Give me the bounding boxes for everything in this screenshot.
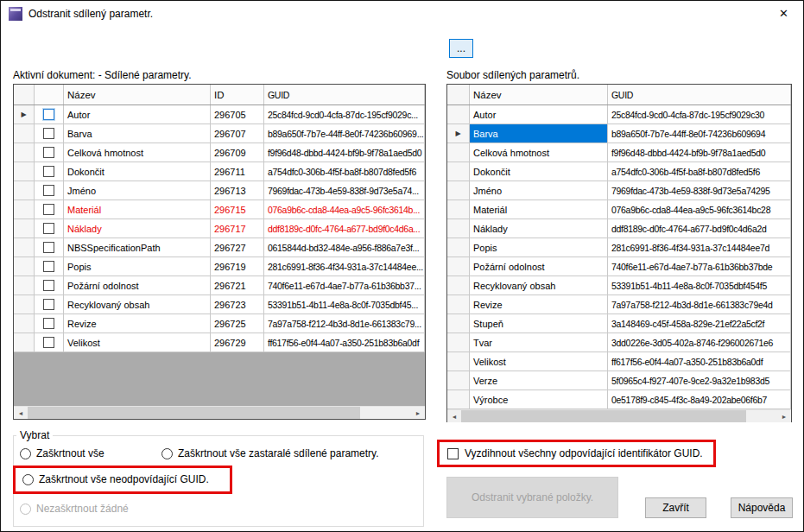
row-checkbox[interactable] <box>43 223 54 234</box>
row-header-cell[interactable] <box>447 162 470 180</box>
param-name-cell[interactable]: Jméno <box>470 181 608 200</box>
param-guid-cell[interactable]: 53391b51-4b11-4e8a-8c0f-7035dbf454f5 <box>608 276 791 294</box>
row-checkbox[interactable] <box>43 318 54 329</box>
param-guid-cell[interactable]: ff617f56-e0f4-4a07-a350-251b83b6a0df <box>264 333 425 352</box>
active-param-row[interactable]: Celková hmotnost296709f9f96d48-dbbd-4424… <box>14 143 425 162</box>
scroll-track[interactable] <box>28 407 411 419</box>
checkbox-cell[interactable] <box>35 314 64 332</box>
active-param-row[interactable]: Revize2967257a97a758-f212-4b3d-8d1e-6613… <box>14 314 425 333</box>
row-header-cell[interactable] <box>14 124 35 142</box>
param-name-cell[interactable]: Náklady <box>470 219 608 238</box>
param-guid-cell[interactable]: 0615844d-bd32-484e-a956-f886a7e3f... <box>264 238 425 256</box>
param-name-cell[interactable]: Autor <box>470 105 608 124</box>
row-header-cell[interactable] <box>447 238 470 256</box>
row-header-cell[interactable] <box>447 371 470 390</box>
horizontal-scrollbar[interactable]: ◄ ► <box>447 409 791 422</box>
file-param-row[interactable]: ▶Barvab89a650f-7b7e-44ff-8e0f-74236b6096… <box>447 124 791 143</box>
scroll-thumb[interactable] <box>28 407 360 419</box>
active-param-row[interactable]: Požární odolnost296721740f6e11-e67d-4ae7… <box>14 276 425 295</box>
active-param-row[interactable]: Materiál296715076a9b6c-cda8-44ea-a9c5-96… <box>14 200 425 219</box>
param-id-cell[interactable]: 296717 <box>211 219 264 238</box>
scroll-track[interactable] <box>461 410 777 422</box>
row-header-cell[interactable] <box>447 105 470 124</box>
row-checkbox[interactable] <box>43 337 54 348</box>
param-name-cell[interactable]: Popis <box>470 238 608 256</box>
checkbox-cell[interactable] <box>35 162 64 180</box>
param-name-cell[interactable]: Výrobce <box>470 390 608 408</box>
checkbox-cell[interactable] <box>35 333 64 352</box>
row-checkbox[interactable] <box>43 109 54 120</box>
param-name-cell[interactable]: Stupeň <box>470 314 608 332</box>
file-param-row[interactable]: Požární odolnost740f6e11-e67d-4ae7-b77a-… <box>447 257 791 276</box>
row-checkbox[interactable] <box>43 299 54 310</box>
param-id-cell[interactable]: 296705 <box>211 105 264 124</box>
param-name-cell[interactable]: Revize <box>470 295 608 314</box>
file-param-row[interactable]: Verze5f0965c4-f927-407e-9ce2-9a32e1b983d… <box>447 371 791 390</box>
row-header-cell[interactable] <box>14 219 35 238</box>
checkbox-cell[interactable] <box>35 295 64 314</box>
param-guid-cell[interactable]: 076a9b6c-cda8-44ea-a9c5-96fc3614bc28 <box>608 200 791 218</box>
param-guid-cell[interactable]: 0e5178f9-c845-4f3c-8a49-202abe06f6b7 <box>608 390 791 408</box>
browse-button[interactable]: ... <box>449 39 473 58</box>
active-param-row[interactable]: ▶Autor29670525c84fcd-9cd0-4cfa-87dc-195c… <box>14 105 425 124</box>
param-guid-cell[interactable]: 3dd0226e-3d05-402a-8746-f296002671e6 <box>608 333 791 352</box>
param-guid-cell[interactable]: a754dfc0-306b-4f5f-ba8f-b807d8fed5f6 <box>264 162 425 180</box>
param-id-cell[interactable]: 296711 <box>211 162 264 180</box>
param-name-cell[interactable]: Jméno <box>64 181 211 200</box>
header-guid[interactable]: GUID <box>264 85 425 104</box>
header-name[interactable]: Název <box>470 85 608 104</box>
scroll-right-icon[interactable]: ► <box>777 410 791 422</box>
active-param-row[interactable]: NBSSpecificationPath2967270615844d-bd32-… <box>14 238 425 257</box>
row-checkbox[interactable] <box>43 242 54 253</box>
param-name-cell[interactable]: Požární odolnost <box>470 257 608 276</box>
row-header-cell[interactable] <box>447 352 470 370</box>
horizontal-scrollbar[interactable]: ◄ ► <box>14 406 425 419</box>
checkbox-cell[interactable] <box>35 181 64 200</box>
param-name-cell[interactable]: Materiál <box>64 200 211 218</box>
param-name-cell[interactable]: Velikost <box>64 333 211 352</box>
row-header-cell[interactable] <box>14 200 35 218</box>
param-name-cell[interactable]: Barva <box>470 124 608 142</box>
active-param-row[interactable]: Popis296719281c6991-8f36-4f34-931a-37c14… <box>14 257 425 276</box>
file-param-row[interactable]: Jméno7969fdac-473b-4e59-838f-9d73e5a7429… <box>447 181 791 200</box>
radio-check-obsolete[interactable]: Zaškrtnout vše zastaralé sdílené paramet… <box>161 447 379 459</box>
file-param-row[interactable]: Popis281c6991-8f36-4f34-931a-37c14484ee7… <box>447 238 791 257</box>
row-header-cell[interactable] <box>447 276 470 294</box>
param-name-cell[interactable]: Dokončit <box>470 162 608 180</box>
param-name-cell[interactable]: Barva <box>64 124 211 142</box>
row-header-cell[interactable] <box>14 314 35 332</box>
active-param-row[interactable]: Náklady296717ddf8189c-d0fc-4764-a677-bd9… <box>14 219 425 238</box>
param-guid-cell[interactable]: 7969fdac-473b-4e59-838f-9d73e5a74295 <box>608 181 791 200</box>
header-id[interactable]: ID <box>211 85 264 104</box>
param-guid-cell[interactable]: f9f96d48-dbbd-4424-bf9b-9f78a1aed5d0 <box>608 143 791 162</box>
param-guid-cell[interactable]: 7969fdac-473b-4e59-838f-9d73e5a74... <box>264 181 425 200</box>
file-param-row[interactable]: Stupeň3a148469-c45f-458a-829e-21ef22a5cf… <box>447 314 791 333</box>
param-guid-cell[interactable]: 3a148469-c45f-458a-829e-21ef22a5cf2f <box>608 314 791 332</box>
row-header-cell[interactable]: ▶ <box>447 124 470 142</box>
row-header-cell[interactable] <box>14 143 35 162</box>
checkbox-cell[interactable] <box>35 143 64 162</box>
checkbox-cell[interactable] <box>35 219 64 238</box>
row-header-cell[interactable] <box>447 219 470 238</box>
file-param-row[interactable]: Revize7a97a758-f212-4b3d-8d1e-661383c79e… <box>447 295 791 314</box>
row-checkbox[interactable] <box>43 185 54 196</box>
row-header-cell[interactable] <box>14 162 35 180</box>
param-name-cell[interactable]: Náklady <box>64 219 211 238</box>
row-header-cell[interactable] <box>14 238 35 256</box>
file-param-row[interactable]: Celková hmotnostf9f96d48-dbbd-4424-bf9b-… <box>447 143 791 162</box>
row-header-cell[interactable] <box>14 276 35 294</box>
row-header-cell[interactable] <box>14 181 35 200</box>
active-param-row[interactable]: Barva296707b89a650f-7b7e-44ff-8e0f-74236… <box>14 124 425 143</box>
param-guid-cell[interactable]: 53391b51-4b11-4e8a-8c0f-7035dbf45... <box>264 295 425 314</box>
row-header-cell[interactable] <box>447 333 470 352</box>
param-id-cell[interactable]: 296715 <box>211 200 264 218</box>
param-id-cell[interactable]: 296721 <box>211 276 264 294</box>
file-param-row[interactable]: Materiál076a9b6c-cda8-44ea-a9c5-96fc3614… <box>447 200 791 219</box>
param-guid-cell[interactable]: 25c84fcd-9cd0-4cfa-87dc-195cf9029c... <box>264 105 425 124</box>
row-header-cell[interactable] <box>14 295 35 314</box>
match-guid-checkbox[interactable] <box>447 448 459 459</box>
param-guid-cell[interactable]: ddf8189c-d0fc-4764-a677-bd9f0c4d6a... <box>264 219 425 238</box>
row-header-cell[interactable] <box>14 257 35 276</box>
file-param-row[interactable]: Nákladyddf8189c-d0fc-4764-a677-bd9f0c4d6… <box>447 219 791 238</box>
row-checkbox[interactable] <box>43 204 54 215</box>
